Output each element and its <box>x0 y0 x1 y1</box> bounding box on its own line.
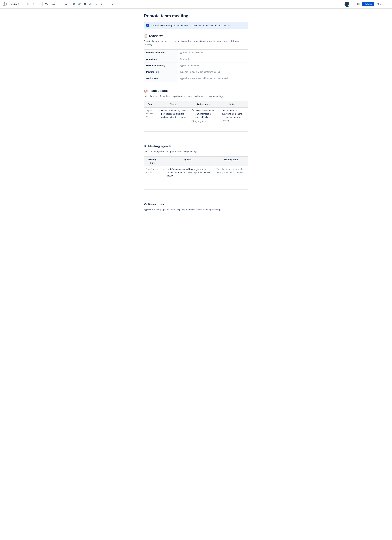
numbered-list-button[interactable]: ≔ <box>64 2 69 7</box>
info-banner-text: This template is brought to you by Miro,… <box>151 24 230 27</box>
avatar-status-badge <box>348 5 350 7</box>
team-update-date[interactable]: Type // to add a date <box>144 108 156 126</box>
table-icon: ⊞ <box>101 3 102 5</box>
value-workspace[interactable]: Type /link to add a Miro whiteboard you'… <box>178 75 248 82</box>
image-icon: 🖼 <box>84 3 86 5</box>
team-update-emoji: 📢 <box>144 89 148 93</box>
text-color-button[interactable]: A ▾ <box>51 2 56 7</box>
overflow-menu-icon: ··· <box>386 3 388 5</box>
table-row: Meeting link Type /link to add a video c… <box>144 69 248 75</box>
team-update-heading: 📢 Team update <box>144 89 248 93</box>
numbered-list-icon: ≔ <box>65 3 67 5</box>
close-button[interactable]: Close <box>376 2 383 6</box>
resources-heading: 🗂 Resources <box>144 203 248 206</box>
team-update-description: Keep the team informed with asynchronous… <box>144 95 248 98</box>
task-icon: ☑ <box>73 3 75 5</box>
table-header-row: Date News Action items Notes <box>144 101 248 108</box>
th-agenda: Agenda <box>161 156 214 166</box>
agenda-row-empty-1 <box>144 184 248 190</box>
heading-selector-label: Heading 2 <box>10 3 19 5</box>
emoji-button[interactable]: ☺ <box>93 2 98 7</box>
bullet-list-icon: ⁝ <box>60 3 61 5</box>
label-attendees: Attendees <box>144 56 178 62</box>
app-logo[interactable] <box>2 2 7 6</box>
mention-button[interactable]: @ <box>88 2 93 7</box>
divider-4 <box>57 2 57 6</box>
miro-link[interactable]: Miro <box>183 24 188 27</box>
team-update-news[interactable]: Update the team by listing new decisions… <box>156 108 189 126</box>
insert-button[interactable]: + <box>110 2 115 7</box>
overview-section: 📋 Overview Explain the goals for this re… <box>144 34 248 82</box>
list-item: Update the team by listing new decisions… <box>161 109 187 119</box>
agenda-notes[interactable]: Type /link to add a link to the page you… <box>214 166 248 184</box>
page-title[interactable]: Remote team meeting <box>144 14 248 18</box>
agenda-header-row: Meeting date Agenda Meeting notes <box>144 156 248 166</box>
value-meeting-facilitator[interactable]: @ mention the facilitator <box>178 50 248 56</box>
agenda-items[interactable]: Use information learned from asynchronou… <box>161 166 214 184</box>
table-row: Type // to add a date Update the team by… <box>144 108 248 126</box>
link-button[interactable]: 🔗 <box>77 2 82 7</box>
th-meeting-notes: Meeting notes <box>214 156 248 166</box>
action-checkbox-1[interactable] <box>191 110 194 111</box>
bullet-list-button[interactable]: ⁝ <box>58 2 63 7</box>
publish-button[interactable]: Publish <box>362 2 374 6</box>
more-formatting-button[interactable]: ··· <box>36 2 41 7</box>
value-meeting-link[interactable]: Type /link to add a video conferencing l… <box>178 69 248 75</box>
svg-text:D: D <box>147 24 149 26</box>
table-row: Attendees @ attendees <box>144 56 248 62</box>
team-update-notes[interactable]: Post comments, questions, or ideas to pr… <box>217 108 248 126</box>
toolbar: Heading 2 ▾ B I ··· ☰ ▾ A ▾ ⁝ ≔ ☑ 🔗 🖼 @ … <box>0 0 392 9</box>
agenda-meeting-date[interactable]: Type // to add a date <box>144 166 161 184</box>
action-item-2: Type your actio... <box>191 120 215 123</box>
divider-2 <box>42 2 43 6</box>
meeting-agenda-description: Describe the agendas and goals for upcom… <box>144 150 248 153</box>
resources-description: Type /link to add pages your team regula… <box>144 208 248 211</box>
team-update-section: 📢 Team update Keep the team informed wit… <box>144 89 248 137</box>
emoji-icon: ☺ <box>95 3 97 5</box>
align-icon: ☰ <box>45 3 47 5</box>
action-checkbox-2[interactable] <box>191 120 194 122</box>
list-item-empty[interactable] <box>166 179 212 182</box>
label-meeting-link: Meeting link <box>144 69 178 75</box>
text-color-icon: A <box>52 3 54 5</box>
divider-1 <box>24 2 24 6</box>
overview-emoji: 📋 <box>144 34 148 38</box>
table-row: Meeting facilitator @ mention the facili… <box>144 50 248 56</box>
add-user-button[interactable]: + <box>351 2 355 6</box>
heading-selector[interactable]: Heading 2 ▾ <box>9 2 22 6</box>
table-row: Workspace Type /link to add a Miro white… <box>144 75 248 82</box>
bold-button[interactable]: B <box>25 2 30 7</box>
chevron-down-icon: ▾ <box>20 3 21 5</box>
task-button[interactable]: ☑ <box>71 2 76 7</box>
th-meeting-date: Meeting date <box>144 156 161 166</box>
avatar[interactable]: CK <box>345 2 349 7</box>
overflow-menu-button[interactable]: ··· <box>385 2 390 7</box>
action-label-1: Assign tasks and @ team members to resol… <box>195 109 215 119</box>
meeting-agenda-emoji: 🗓 <box>144 145 147 148</box>
mention-icon: @ <box>89 3 91 5</box>
share-button[interactable] <box>356 2 361 7</box>
resources-section: 🗂 Resources Type /link to add pages your… <box>144 203 248 211</box>
italic-button[interactable]: I <box>31 2 36 7</box>
action-placeholder-2: Type your actio... <box>195 120 211 123</box>
info-icon: D <box>146 24 149 27</box>
th-action-items: Action items <box>189 101 217 108</box>
meeting-agenda-table: Meeting date Agenda Meeting notes Type /… <box>144 156 248 195</box>
columns-button[interactable]: ⫿ <box>105 2 109 7</box>
image-button[interactable]: 🖼 <box>82 2 87 7</box>
share-icon <box>357 3 360 6</box>
list-item: Use information learned from asynchronou… <box>166 168 212 177</box>
team-update-actions[interactable]: Assign tasks and @ team members to resol… <box>189 108 217 126</box>
table-button[interactable]: ⊞ <box>99 2 104 7</box>
chevron-down-icon-color: ▾ <box>54 3 55 5</box>
meeting-agenda-section: 🗓 Meeting agenda Describe the agendas an… <box>144 145 248 195</box>
value-attendees[interactable]: @ attendees <box>178 56 248 62</box>
value-next-meeting[interactable]: Type // to add a date <box>178 62 248 69</box>
align-button[interactable]: ☰ ▾ <box>44 2 49 7</box>
info-banner: D This template is brought to you by Mir… <box>144 22 248 29</box>
table-row: Next team meeting Type // to add a date <box>144 62 248 69</box>
th-news: News <box>156 101 189 108</box>
list-item: Post comments, questions, or ideas to pr… <box>222 109 246 122</box>
plus-icon-add: + <box>352 3 354 6</box>
action-item-1: Assign tasks and @ team members to resol… <box>191 109 215 119</box>
